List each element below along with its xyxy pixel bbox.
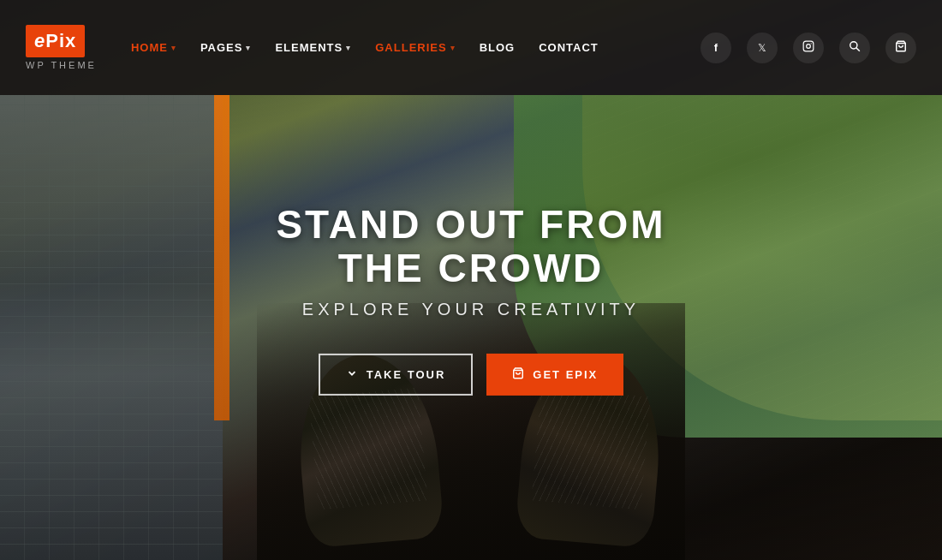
nav-link-pages[interactable]: PAGES ▾ <box>200 41 252 54</box>
building-left <box>0 95 223 560</box>
logo-subtitle: WP THEME <box>26 60 97 70</box>
twitter-icon: 𝕏 <box>758 42 766 54</box>
get-epix-button[interactable]: GET EPIX <box>486 354 623 396</box>
logo-link[interactable]: ePix WP THEME <box>26 25 97 70</box>
twitter-button[interactable]: 𝕏 <box>747 33 778 63</box>
search-button[interactable] <box>839 33 870 63</box>
hero-content: STAND OUT FROM THE CROWD EXPLORE YOUR CR… <box>236 203 706 396</box>
svg-point-1 <box>807 45 811 49</box>
nav-item-galleries[interactable]: GALLERIES ▾ <box>375 41 455 54</box>
orange-stripe <box>214 95 230 420</box>
chevron-down-icon: ▾ <box>246 44 251 52</box>
chevron-down-icon <box>346 367 358 382</box>
instagram-icon <box>802 40 814 55</box>
logo-text: ePix <box>34 30 76 51</box>
svg-rect-0 <box>803 41 814 51</box>
hero-section: ePix WP THEME HOME ▾ PAGES ▾ ELEMENTS <box>0 0 942 560</box>
facebook-icon: f <box>714 41 718 54</box>
chevron-down-icon: ▾ <box>346 44 351 52</box>
chevron-down-icon: ▾ <box>450 44 456 52</box>
svg-point-2 <box>811 43 812 44</box>
cart-button[interactable] <box>885 33 916 63</box>
logo-box: ePix <box>26 25 85 57</box>
cart-icon <box>512 367 524 382</box>
nav-item-pages[interactable]: PAGES ▾ <box>200 41 252 54</box>
svg-point-3 <box>850 42 857 49</box>
search-icon <box>849 40 861 55</box>
nav-link-home[interactable]: HOME ▾ <box>131 41 176 54</box>
nav-icons: f 𝕏 <box>701 33 916 63</box>
take-tour-button[interactable]: TAKE TOUR <box>319 354 474 396</box>
hero-title: STAND OUT FROM THE CROWD <box>236 203 706 289</box>
cart-icon <box>895 40 907 55</box>
nav-item-home[interactable]: HOME ▾ <box>131 41 176 54</box>
facebook-button[interactable]: f <box>701 33 731 63</box>
instagram-button[interactable] <box>793 33 824 63</box>
hero-subtitle: EXPLORE YOUR CREATIVITY <box>236 300 706 319</box>
hero-buttons: TAKE TOUR GET EPIX <box>236 354 706 396</box>
nav-item-elements[interactable]: ELEMENTS ▾ <box>275 41 351 54</box>
chevron-down-icon: ▾ <box>171 44 176 52</box>
nav-item-blog[interactable]: BLOG <box>480 41 516 54</box>
nav-menu: HOME ▾ PAGES ▾ ELEMENTS ▾ GALLERIES <box>131 41 683 54</box>
nav-link-galleries[interactable]: GALLERIES ▾ <box>375 41 455 54</box>
nav-link-elements[interactable]: ELEMENTS ▾ <box>275 41 351 54</box>
svg-line-4 <box>856 48 860 51</box>
navbar: ePix WP THEME HOME ▾ PAGES ▾ ELEMENTS <box>0 0 942 95</box>
nav-link-contact[interactable]: CONTACT <box>539 41 599 54</box>
nav-item-contact[interactable]: CONTACT <box>539 41 599 54</box>
nav-link-blog[interactable]: BLOG <box>480 41 516 54</box>
